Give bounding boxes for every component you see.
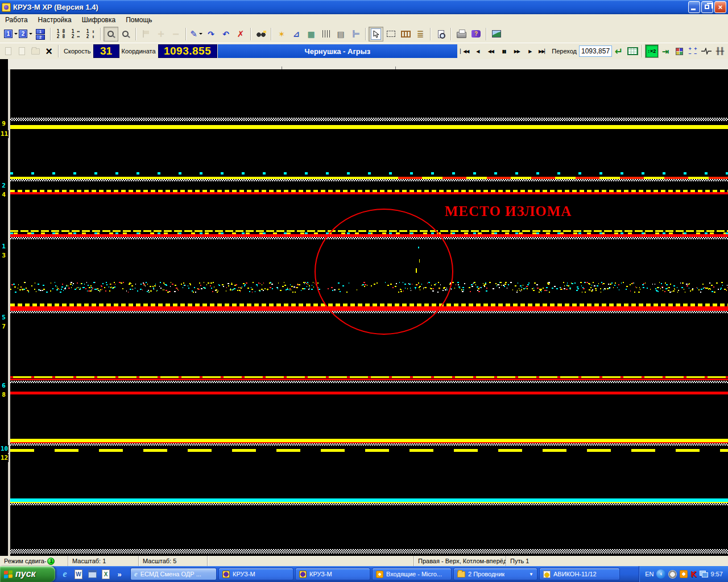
pen-marker-icon[interactable]: ✎: [189, 27, 204, 41]
pen-jump-1-icon[interactable]: ↷: [204, 27, 218, 41]
task-button-2 Проводник[interactable]: 2 Проводник▼: [453, 568, 537, 580]
word-quicklaunch-icon[interactable]: W: [73, 569, 84, 579]
help-book-icon[interactable]: ?: [469, 27, 483, 41]
equalizer-icon[interactable]: [318, 27, 333, 41]
rail-track-icon[interactable]: [398, 27, 413, 41]
view-split-1-2-icon[interactable]: 12: [33, 27, 48, 41]
language-indicator[interactable]: EN: [645, 571, 653, 577]
fast-back-button[interactable]: ◀◀: [484, 45, 497, 57]
channel-label-11: 11: [0, 130, 9, 138]
coordinate-label: Координата: [119, 48, 158, 55]
system-tray: EN ‹ K 9:57: [639, 566, 728, 582]
channels-swap-v-icon[interactable]: 1 ↕ 2 ↕: [83, 27, 98, 41]
zoom-line-tool-2-icon[interactable]: [118, 27, 133, 41]
speed-value: 31: [93, 44, 119, 58]
main-toolbar: 12121 8 2 81 ↔ 2 ↔1 ↕ 2 ↕+−✎↷↶✗✶⊿▦▤╠═≣?: [0, 25, 728, 43]
add-levels-icon[interactable]: + + − −: [686, 44, 700, 58]
status-bar: Режим сдвига- 1 Масштаб: 1 Масштаб: 5 Пр…: [0, 556, 728, 566]
measure-triangle-icon[interactable]: ⊿: [289, 27, 304, 41]
route-title: Чернушка - Агрыз: [218, 44, 458, 58]
edit-report-icon[interactable]: ▤: [333, 27, 348, 41]
trace-checker: [10, 118, 728, 121]
channels-swap-h-icon[interactable]: 1 ↔ 2 ↔: [68, 27, 83, 41]
select-region-icon[interactable]: [383, 27, 398, 41]
trace-dashes-long: [10, 449, 728, 452]
pen-delete-icon[interactable]: ✗: [233, 27, 248, 41]
tray-chevron-icon[interactable]: ‹: [656, 569, 665, 579]
speed-label: Скорость: [61, 48, 93, 55]
step-forward-button[interactable]: ▶: [523, 45, 536, 57]
chevron-more-icon[interactable]: »: [114, 569, 125, 579]
parameters-tree-icon[interactable]: ╠═: [348, 27, 363, 41]
clock: 9:57: [711, 571, 723, 577]
new-file: [1, 44, 15, 58]
channel-label-1: 1: [0, 243, 7, 251]
zoom-line-tool-icon[interactable]: [104, 27, 118, 41]
step-back-button[interactable]: ◀: [471, 45, 484, 57]
defectogram[interactable]: 911241357681012 МЕСТО ИЗЛОМА: [0, 59, 728, 556]
mark-remove-icon: −: [168, 27, 183, 41]
menu-bar: РаботаНастройкаШифровкаПомощь: [0, 14, 728, 25]
print-icon[interactable]: [454, 27, 469, 41]
menu-item-Работа[interactable]: Работа: [0, 15, 33, 24]
ie-quicklaunch-icon[interactable]: e: [60, 569, 70, 579]
break-annotation-text: МЕСТО ИЗЛОМА: [445, 203, 572, 219]
windows-logo-icon: [4, 570, 13, 578]
pause-button[interactable]: ▮▮: [497, 45, 510, 57]
jump-go-icon[interactable]: ↵: [612, 44, 626, 58]
close-button[interactable]: ×: [714, 1, 726, 13]
signal-pulse-icon[interactable]: [700, 44, 713, 58]
jump-table[interactable]: [626, 44, 639, 58]
fast-forward-button[interactable]: ▶▶: [510, 45, 523, 57]
close-file-icon[interactable]: ×: [42, 44, 56, 58]
pointer-tool-icon[interactable]: [369, 27, 383, 41]
trace-checker: [10, 443, 728, 446]
channels-1-8-2-8-icon[interactable]: 1 8 2 8: [53, 27, 68, 41]
ruler-tick: [282, 66, 282, 69]
magic-wand-icon[interactable]: ✶: [274, 27, 289, 41]
view-channel-2-icon[interactable]: 2: [18, 27, 33, 41]
window-title: КРУЗ-М XP (Версия 1.4): [13, 3, 687, 11]
notes-scroll-icon[interactable]: ≣: [413, 27, 428, 41]
menu-item-Настройка[interactable]: Настройка: [33, 15, 77, 24]
task-button-КРУЗ-М[interactable]: КРУЗ-М: [295, 568, 370, 580]
board-monitor-icon[interactable]: ▦: [304, 27, 318, 41]
antivirus-tray-icon[interactable]: K: [690, 569, 696, 579]
task-button-ЕСМД Смена ОДР ...[interactable]: eЕСМД Смена ОДР ...: [130, 568, 217, 580]
mark-add-icon: +: [154, 27, 168, 41]
channel-label-8: 8: [0, 391, 7, 399]
scheduler-tray-icon[interactable]: [668, 570, 677, 579]
ruler-tick: [395, 66, 396, 69]
network-tray-icon[interactable]: [700, 571, 708, 577]
start-button[interactable]: пуск: [0, 566, 55, 582]
pen-jump-2-icon[interactable]: ↶: [218, 27, 233, 41]
go-start-button[interactable]: ▏◀◀: [458, 45, 471, 57]
trace-wavy: [10, 526, 728, 529]
screenshot-image-icon[interactable]: [489, 27, 504, 41]
menu-item-Помощь[interactable]: Помощь: [121, 15, 157, 24]
title-bar[interactable]: КРУЗ-М XP (Версия 1.4) ×: [0, 0, 728, 14]
view-channel-1-icon[interactable]: 1: [3, 27, 18, 41]
color-settings-icon[interactable]: [672, 44, 686, 58]
shift-mode-badge: 1: [47, 558, 55, 565]
track-panel: Путь 1: [506, 556, 728, 566]
shift-mode-panel: Режим сдвига- 1: [0, 556, 68, 566]
exit-channel-icon[interactable]: ⇥: [659, 44, 672, 58]
task-button-Входящие - Micro...[interactable]: Входящие - Micro...: [372, 568, 452, 580]
scale-x2-icon[interactable]: ↕×2: [645, 44, 659, 58]
reminder-tray-icon[interactable]: [680, 570, 688, 578]
print-preview-icon[interactable]: [433, 27, 448, 41]
menu-item-Шифровка[interactable]: Шифровка: [77, 15, 121, 24]
task-button-КРУЗ-М[interactable]: КРУЗ-М: [218, 568, 293, 580]
taskbar: пуск eWX» eЕСМД Смена ОДР ...КРУЗ-МКРУЗ-…: [0, 566, 728, 582]
go-end-button[interactable]: ▶▶▏: [536, 45, 549, 57]
search-binoculars-icon[interactable]: [254, 27, 268, 41]
gain-levels-icon[interactable]: ╫╫: [713, 44, 727, 58]
km-ruler: [8, 59, 728, 69]
task-button-АВИКОН-11/12[interactable]: АВИКОН-11/12: [539, 568, 620, 580]
jump-coordinate-input[interactable]: [579, 45, 612, 57]
restore-button[interactable]: [701, 1, 713, 13]
app-quicklaunch-icon[interactable]: [87, 569, 97, 579]
minimize-button[interactable]: [688, 1, 700, 13]
excel-quicklaunch-icon[interactable]: X: [101, 569, 111, 579]
